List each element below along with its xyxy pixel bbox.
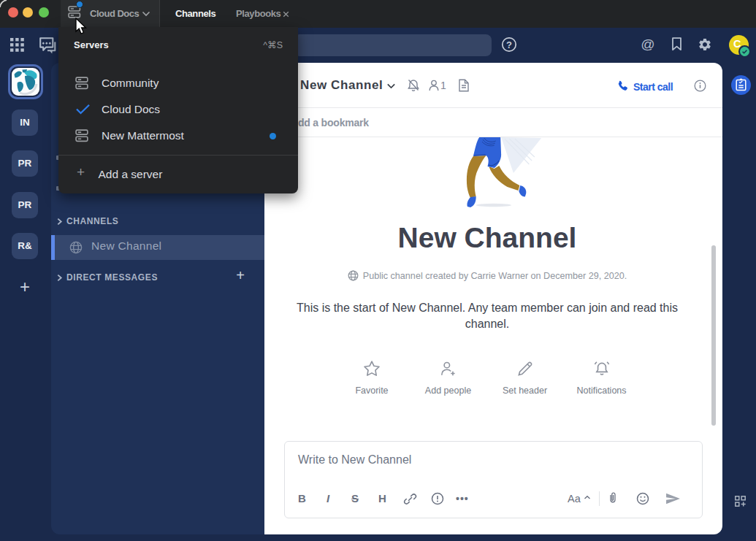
svg-text:?: ? (506, 39, 512, 50)
svg-text:@: @ (641, 37, 654, 52)
